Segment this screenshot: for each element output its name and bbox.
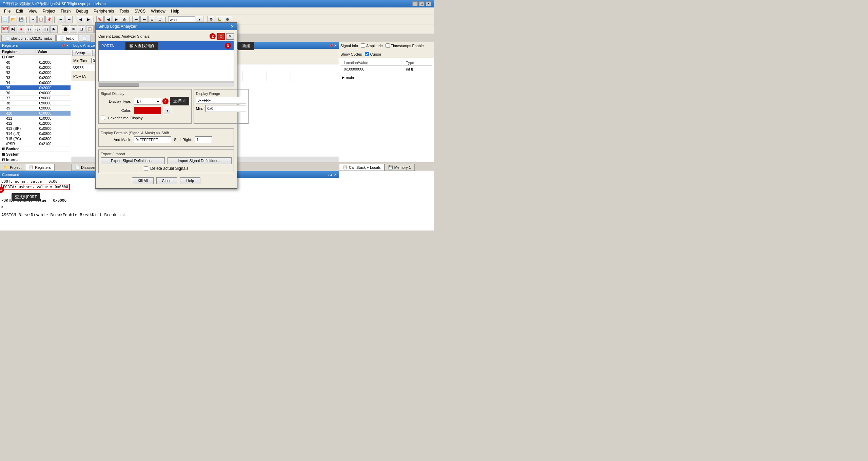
export-import-title: Export / Import [101,152,232,156]
export-signal-btn[interactable]: Export Signal Definitions... [101,157,165,164]
delete-signal-btn[interactable]: ✕ [226,33,234,40]
current-signals-label: Current Logic Analyzer Signals: [98,34,150,38]
tooltip-select-bit: 选择bit [170,97,189,105]
max-value-input[interactable]: 0xFFFF [196,97,246,104]
step-badge-4: 4 [162,98,169,104]
hexadecimal-checkbox[interactable] [101,116,105,120]
color-dropdown-btn[interactable]: ▾ [164,107,171,114]
modal-action-buttons: Kill All Close Help [98,176,234,185]
export-import-section: Export / Import Export Signal Definition… [98,149,234,173]
delete-signals-label: Delete actual Signals [150,166,189,171]
tooltip-2: 输入查找到的 [125,42,158,50]
tooltip-1: 查找到PORT [12,193,40,201]
help-btn[interactable]: Help [180,177,200,184]
new-signal-btn[interactable]: □ [217,33,225,40]
and-mask-label: And Mask: [101,138,131,142]
modal-title-bar: Setup Logic Analyzer ✕ [96,23,237,30]
modal-close-btn[interactable]: ✕ [231,24,234,29]
display-range-title: Display Range [196,92,246,96]
modal-content: Current Logic Analyzer Signals: 2 □ ✕ PO… [96,30,237,188]
display-type-row: Display Type: Bit Analog Unsigned 4 选择bi… [101,97,189,105]
modal-title: Setup Logic Analyzer [98,24,137,29]
signal-list: PORTA 3 [98,41,234,82]
export-import-buttons: Export Signal Definitions... Import Sign… [101,157,232,164]
current-signals-section: Current Logic Analyzer Signals: 2 □ ✕ PO… [98,33,234,87]
modal-overlay: Setup Logic Analyzer ✕ Current Logic Ana… [0,0,434,230]
close-dialog-btn[interactable]: Close [156,177,177,184]
min-value-input[interactable]: 0x0 [205,105,246,112]
step-badge-2: 2 [210,33,216,39]
and-mask-row: And Mask: 0xFFFFFFFF Shift Right: 1 [101,136,232,143]
min-label: Min: [196,106,203,111]
new-label: 新建 [238,42,254,50]
color-row: Color: ▾ [101,107,189,114]
display-type-control: Bit Analog Unsigned 4 选择bit [134,97,189,105]
delete-signals-checkbox[interactable] [144,166,148,171]
signal-display-title: Signal Display [101,92,189,96]
signal-item-porta[interactable]: PORTA 3 [99,41,234,50]
signal-item-porta-name: PORTA [101,44,114,48]
signal-list-scrollbar[interactable] [98,82,234,87]
shift-right-label: Shift Right: [174,138,192,142]
min-row: Min: 0x0 [196,105,246,112]
formula-section: Display Formula (Signal & Mask) >> Shift… [98,128,234,147]
hexadecimal-label: Hexadecimal Display [108,116,143,120]
display-type-select[interactable]: Bit Analog Unsigned [134,98,161,105]
signals-controls: 2 □ ✕ [210,33,234,40]
import-signal-btn[interactable]: Import Signal Definitions... [167,157,232,164]
kill-all-btn[interactable]: Kill All [132,177,153,184]
hexadecimal-row: Hexadecimal Display [101,116,189,120]
signal-display-section: Signal Display Display Type: Bit Analog … [98,89,192,124]
formula-title: Display Formula (Signal & Mask) >> Shift [101,131,232,135]
signal-list-wrapper: PORTA 3 输入查找到的 新建 [98,41,234,87]
signals-header: Current Logic Analyzer Signals: 2 □ ✕ [98,33,234,40]
signal-list-scrollbar-thumb[interactable] [99,83,139,87]
display-type-label: Display Type: [101,99,131,103]
display-range-section: Display Range 0xFFFF Min: 0x0 [194,89,249,124]
display-row: Signal Display Display Type: Bit Analog … [98,89,234,126]
setup-logic-analyzer-dialog: Setup Logic Analyzer ✕ Current Logic Ana… [95,22,237,189]
and-mask-input[interactable]: 0xFFFFFFFF [134,136,171,143]
color-picker[interactable] [134,107,161,114]
step-badge-3: 3 [225,43,231,49]
color-label: Color: [101,108,131,113]
max-value-row: 0xFFFF [196,97,246,104]
delete-signals-row: Delete actual Signals [101,166,232,171]
shift-right-input[interactable]: 1 [195,136,212,143]
